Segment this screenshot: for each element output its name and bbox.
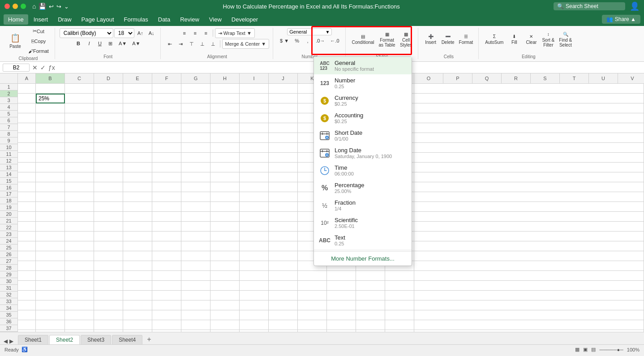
cell-styles-button[interactable]: ▩ Cell Styles (398, 28, 414, 51)
cell-A24[interactable] (18, 310, 36, 320)
cell-O1[interactable] (414, 84, 644, 94)
cell-C13[interactable] (65, 202, 94, 212)
align-middle-button[interactable]: ⊥ (197, 39, 207, 48)
cell-N24[interactable] (385, 310, 414, 320)
cell-I24[interactable] (240, 310, 269, 320)
cell-G23[interactable] (181, 300, 210, 310)
menu-view[interactable]: View (205, 14, 226, 25)
redo-icon[interactable]: ↪ (56, 3, 61, 10)
menu-home[interactable]: Home (4, 14, 28, 25)
cell-I19[interactable] (240, 261, 269, 271)
cell-C15[interactable] (65, 222, 94, 232)
cell-K22[interactable] (298, 291, 327, 300)
cell-C22[interactable] (65, 291, 94, 300)
cell-E2[interactable] (123, 94, 152, 103)
cell-L24[interactable] (327, 310, 356, 320)
cell-C2[interactable] (65, 94, 94, 103)
cell-K25[interactable] (298, 320, 327, 330)
cut-button[interactable]: ✂ Cut (26, 27, 51, 36)
cell-G21[interactable] (181, 281, 210, 291)
cell-O8[interactable] (414, 153, 644, 163)
cell-C18[interactable] (65, 251, 94, 261)
cell-B6[interactable] (36, 133, 65, 143)
find-select-button[interactable]: 🔍 Find & Select (557, 28, 574, 51)
cell-O21[interactable] (414, 281, 644, 291)
page-layout-view-icon[interactable]: ▣ (583, 347, 588, 352)
row-num-13[interactable]: 13 (0, 164, 17, 171)
menu-page-layout[interactable]: Page Layout (77, 14, 119, 25)
cell-A22[interactable] (18, 291, 36, 300)
cell-E8[interactable] (123, 153, 152, 163)
cell-I6[interactable] (240, 133, 269, 143)
cell-C3[interactable] (65, 103, 94, 113)
cell-J6[interactable] (269, 133, 298, 143)
cell-A18[interactable] (18, 251, 36, 261)
cell-H20[interactable] (210, 271, 240, 281)
increase-font-button[interactable]: A↑ (135, 29, 146, 38)
cell-J10[interactable] (269, 172, 298, 182)
wrap-text-button[interactable]: ⇥ Wrap Text ▼ (215, 28, 255, 38)
cell-G1[interactable] (181, 84, 210, 94)
save-icon[interactable]: 💾 (39, 3, 46, 10)
cell-G3[interactable] (181, 103, 210, 113)
fill-button[interactable]: ⬇ Fill (506, 28, 522, 51)
cell-C10[interactable] (65, 172, 94, 182)
row-num-17[interactable]: 17 (0, 191, 17, 198)
cell-D18[interactable] (94, 251, 123, 261)
row-num-5[interactable]: 5 (0, 111, 17, 117)
cell-D10[interactable] (94, 172, 123, 182)
cell-D20[interactable] (94, 271, 123, 281)
cell-E14[interactable] (123, 212, 152, 222)
cell-C26[interactable] (65, 330, 94, 332)
row-num-15[interactable]: 15 (0, 178, 17, 184)
cell-D24[interactable] (94, 310, 123, 320)
col-header-P[interactable]: P (443, 73, 472, 83)
row-num-16[interactable]: 16 (0, 184, 17, 191)
row-num-34[interactable]: 34 (0, 305, 17, 312)
row-num-18[interactable]: 18 (0, 197, 17, 204)
cell-O15[interactable] (414, 222, 644, 232)
format-currency[interactable]: $ Currency $0.25 (314, 92, 412, 109)
normal-view-icon[interactable]: ▦ (575, 347, 580, 352)
cell-B8[interactable] (36, 153, 65, 163)
col-header-S[interactable]: S (531, 73, 560, 83)
cell-I21[interactable] (240, 281, 269, 291)
cell-J3[interactable] (269, 103, 298, 113)
col-header-F[interactable]: F (152, 73, 181, 83)
row-num-24[interactable]: 24 (0, 238, 17, 244)
cell-E21[interactable] (123, 281, 152, 291)
conditional-formatting-button[interactable]: ▤ Conditional (350, 28, 376, 51)
row-num-9[interactable]: 9 (0, 137, 17, 144)
cell-J14[interactable] (269, 212, 298, 222)
clear-button[interactable]: ✕ Clear (523, 28, 539, 51)
cell-C5[interactable] (65, 123, 94, 133)
row-num-30[interactable]: 30 (0, 278, 17, 285)
cell-K26[interactable] (298, 330, 327, 332)
cell-E17[interactable] (123, 241, 152, 251)
cell-C12[interactable] (65, 192, 94, 202)
align-top-button[interactable]: ⊤ (187, 39, 197, 48)
cell-A9[interactable] (18, 163, 36, 172)
cell-D12[interactable] (94, 192, 123, 202)
cell-B18[interactable] (36, 251, 65, 261)
cell-I4[interactable] (240, 113, 269, 123)
sheet-tab-sheet3[interactable]: Sheet3 (81, 335, 111, 344)
cell-A10[interactable] (18, 172, 36, 182)
cell-I7[interactable] (240, 143, 269, 153)
cell-N26[interactable] (385, 330, 414, 332)
col-header-G[interactable]: G (181, 73, 210, 83)
currency-button[interactable]: $ ▼ (278, 36, 291, 45)
cell-D21[interactable] (94, 281, 123, 291)
font-color-button[interactable]: A▼ (130, 39, 142, 48)
col-header-D[interactable]: D (94, 73, 123, 83)
row-num-26[interactable]: 26 (0, 251, 17, 258)
cell-F18[interactable] (152, 251, 181, 261)
cell-H12[interactable] (210, 192, 240, 202)
cell-M21[interactable] (356, 281, 385, 291)
cell-F24[interactable] (152, 310, 181, 320)
indent-right-button[interactable]: ⇥ (176, 39, 186, 48)
row-num-23[interactable]: 23 (0, 231, 17, 238)
search-bar[interactable]: 🔍 Search Sheet (554, 2, 625, 10)
cell-C9[interactable] (65, 163, 94, 172)
row-num-12[interactable]: 12 (0, 158, 17, 164)
